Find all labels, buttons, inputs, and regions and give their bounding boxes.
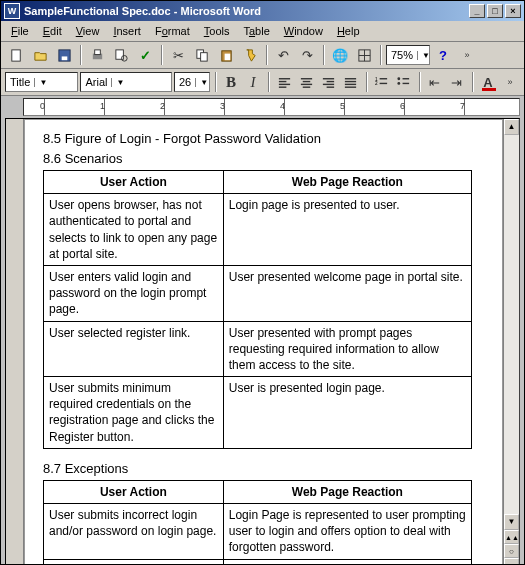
spelling-icon[interactable]: ✓ [134, 44, 156, 66]
table-header: User Action [44, 171, 224, 194]
redo-icon[interactable]: ↷ [296, 44, 318, 66]
table-row: User submits incorrect login and/or pass… [44, 504, 472, 560]
menu-edit[interactable]: Edit [37, 23, 68, 39]
scroll-down-icon[interactable]: ▼ [504, 514, 519, 530]
svg-rect-10 [224, 53, 230, 60]
align-justify-icon[interactable] [340, 71, 360, 93]
menu-format[interactable]: Format [149, 23, 196, 39]
hyperlink-icon[interactable]: 🌐 [329, 44, 351, 66]
copy-icon[interactable] [191, 44, 213, 66]
svg-point-34 [398, 77, 401, 80]
menu-table[interactable]: Table [237, 23, 275, 39]
increase-indent-icon[interactable]: ⇥ [447, 71, 467, 93]
table-header: Web Page Reaction [223, 171, 471, 194]
vertical-scrollbar[interactable]: ▲ ▼ ▲▲ ○ ▼▼ [503, 119, 519, 565]
svg-text:2: 2 [375, 81, 378, 86]
heading-86: 8.6 Scenarios [43, 151, 472, 166]
paste-icon[interactable] [215, 44, 237, 66]
svg-point-36 [398, 82, 401, 85]
scroll-track[interactable] [504, 135, 519, 514]
new-icon[interactable] [5, 44, 27, 66]
font-size-combo[interactable]: 26▼ [174, 72, 210, 92]
table-row: User submits minimum required credential… [44, 377, 472, 449]
toolbar-more-icon[interactable]: » [456, 44, 478, 66]
table-header: User Action [44, 480, 224, 503]
svg-rect-5 [115, 49, 123, 58]
menu-file[interactable]: File [5, 23, 35, 39]
minimize-button[interactable]: _ [469, 4, 485, 18]
menu-tools[interactable]: Tools [198, 23, 236, 39]
menu-insert[interactable]: Insert [107, 23, 147, 39]
browse-object-icon[interactable]: ○ [504, 544, 519, 558]
scenarios-table: User ActionWeb Page Reaction User opens … [43, 170, 472, 449]
document-page[interactable]: 8.5 Figure of Login - Forgot Password Va… [24, 119, 503, 565]
style-combo[interactable]: Title▼ [5, 72, 78, 92]
table-row: User enters valid login and password on … [44, 265, 472, 321]
help-icon[interactable]: ? [432, 44, 454, 66]
menu-help[interactable]: Help [331, 23, 366, 39]
svg-rect-0 [11, 49, 19, 60]
table-header: Web Page Reaction [223, 480, 471, 503]
align-center-icon[interactable] [296, 71, 316, 93]
scroll-up-icon[interactable]: ▲ [504, 119, 519, 135]
window-title: SampleFunctional Spec.doc - Microsoft Wo… [24, 5, 469, 17]
print-icon[interactable] [86, 44, 108, 66]
standard-toolbar: ✓ ✂ ↶ ↷ 🌐 75%▼ ? » [1, 42, 524, 69]
table-row: User selected register link.User present… [44, 321, 472, 377]
align-left-icon[interactable] [274, 71, 294, 93]
bulleted-list-icon[interactable] [394, 71, 414, 93]
app-icon: W [4, 3, 20, 19]
format-painter-icon[interactable] [239, 44, 261, 66]
save-icon[interactable] [53, 44, 75, 66]
font-combo[interactable]: Arial▼ [80, 72, 172, 92]
heading-85: 8.5 Figure of Login - Forgot Password Va… [43, 131, 472, 146]
menu-window[interactable]: Window [278, 23, 329, 39]
zoom-combo[interactable]: 75%▼ [386, 45, 430, 65]
decrease-indent-icon[interactable]: ⇤ [425, 71, 445, 93]
svg-rect-8 [200, 52, 207, 60]
document-area: 8.5 Figure of Login - Forgot Password Va… [5, 118, 520, 565]
prev-page-icon[interactable]: ▲▲ [504, 530, 519, 544]
tables-borders-icon[interactable] [353, 44, 375, 66]
formatting-toolbar: Title▼ Arial▼ 26▼ B I 12 ⇤ ⇥ A » [1, 69, 524, 96]
close-button[interactable]: × [505, 4, 521, 18]
align-right-icon[interactable] [318, 71, 338, 93]
table-row: User opens browser, has not authenticate… [44, 194, 472, 266]
horizontal-ruler[interactable]: for(let i=0;i<8;i++){document.write('<di… [23, 98, 520, 116]
menu-bar: File Edit View Insert Format Tools Table… [1, 21, 524, 42]
maximize-button[interactable]: □ [487, 4, 503, 18]
document-gutter [6, 119, 24, 565]
title-bar: W SampleFunctional Spec.doc - Microsoft … [1, 1, 524, 21]
print-preview-icon[interactable] [110, 44, 132, 66]
menu-view[interactable]: View [70, 23, 106, 39]
italic-button[interactable]: I [243, 71, 263, 93]
numbered-list-icon[interactable]: 12 [371, 71, 391, 93]
next-page-icon[interactable]: ▼▼ [504, 558, 519, 565]
font-color-icon[interactable]: A [478, 71, 498, 93]
table-row: User does not submit minimum required cr… [44, 559, 472, 565]
svg-rect-2 [61, 56, 67, 60]
heading-87: 8.7 Exceptions [43, 461, 472, 476]
exceptions-table: User ActionWeb Page Reaction User submit… [43, 480, 472, 565]
toolbar-more-icon-2[interactable]: » [500, 71, 520, 93]
bold-button[interactable]: B [221, 71, 241, 93]
svg-rect-4 [94, 49, 100, 54]
undo-icon[interactable]: ↶ [272, 44, 294, 66]
cut-icon[interactable]: ✂ [167, 44, 189, 66]
open-icon[interactable] [29, 44, 51, 66]
